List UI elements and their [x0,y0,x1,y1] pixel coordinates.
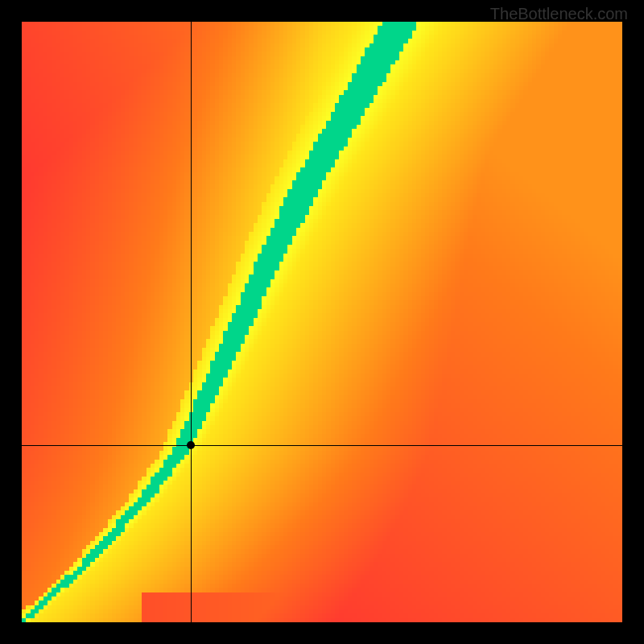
heatmap-canvas [22,22,622,622]
watermark-text: TheBottleneck.com [490,5,628,23]
crosshair-vertical [191,22,192,622]
selected-point-marker [187,441,195,449]
heatmap-plot [22,22,622,622]
crosshair-horizontal [22,445,622,446]
